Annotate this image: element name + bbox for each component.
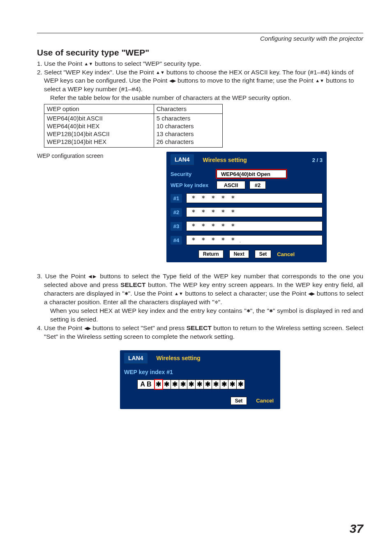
osd-wep-entry-screen: LAN4 Wireless setting WEP key index #1 A… <box>120 350 280 409</box>
set-button: Set <box>255 250 272 258</box>
figure-1-caption: WEP configuration screen <box>37 153 104 159</box>
entry-prefix-field: A B <box>137 379 154 389</box>
cancel-label: Cancel <box>256 397 274 405</box>
step-1: 1. Use the Point buttons to select "WEP"… <box>37 60 363 68</box>
step-3: 3. Use the Point buttons to select the T… <box>37 272 363 307</box>
step-4: 4. Use the Point buttons to select "Set"… <box>37 324 363 341</box>
table-row: WEP64(40)bit ASCII WEP64(40)bit HEX WEP1… <box>44 114 223 148</box>
triangle-right-icon <box>88 324 91 331</box>
step-2: 2. Select "WEP Key index". Use the Point… <box>37 68 363 94</box>
key-badge: #4 <box>171 236 182 245</box>
triangle-down-icon <box>179 290 183 297</box>
triangle-right-icon <box>173 77 176 84</box>
entry-cell: ✱ <box>154 379 163 389</box>
osd-title: Wireless setting <box>203 156 247 164</box>
wep-key-number-field: #2 <box>249 181 266 189</box>
lan-tab: LAN4 <box>171 154 194 166</box>
entry-cell: ✱ <box>179 379 187 389</box>
set-button: Set <box>231 397 247 405</box>
select-keyword: SELECT <box>120 281 145 288</box>
triangle-left-icon <box>308 290 311 297</box>
key-field: ＊＊＊＊＊ <box>186 207 323 217</box>
asterisk-icon <box>269 307 273 314</box>
table-row: WEP option Characters <box>44 104 223 114</box>
entry-cell: ✱ <box>228 379 237 389</box>
asterisk-icon <box>247 307 250 314</box>
figure-1-row: WEP configuration screen LAN4 Wireless s… <box>37 152 363 262</box>
triangle-down-icon <box>160 69 165 76</box>
lan-tab: LAN4 <box>124 353 148 364</box>
return-button: Return <box>198 250 224 258</box>
wep-key-row: #1 ＊＊＊＊＊ <box>171 193 323 203</box>
wep-key-index-label: WEP key index <box>171 182 212 189</box>
osd-wep-config-screen: LAN4 Wireless setting 2 / 3 Security WEP… <box>166 152 327 262</box>
wep-characters-table: WEP option Characters WEP64(40)bit ASCII… <box>44 104 223 148</box>
wep-key-mode-field: ASCII <box>217 181 245 189</box>
entry-cell: ✱ <box>187 379 196 389</box>
step-3-note: When you select HEX at WEP key index and… <box>37 307 363 324</box>
key-field: ＊＊＊＊＊ <box>186 193 323 203</box>
page-number: 37 <box>350 520 363 537</box>
step-2-note: Refer the table below for the usable num… <box>37 94 363 102</box>
table-header-chars: Characters <box>154 104 222 114</box>
key-field: ＊＊＊＊＊ <box>186 221 323 231</box>
entry-cell: ✱ <box>237 379 245 389</box>
section-title: Use of security type "WEP" <box>37 47 363 58</box>
wep-key-row: #3 ＊＊＊＊＊ <box>171 221 323 231</box>
triangle-up-icon <box>156 69 160 76</box>
table-header-option: WEP option <box>44 104 154 114</box>
entry-cell: ✱ <box>220 379 228 389</box>
select-keyword: SELECT <box>187 324 212 331</box>
cancel-label: Cancel <box>277 251 295 258</box>
triangle-left-icon <box>88 273 93 280</box>
triangle-left-icon <box>84 324 88 331</box>
next-button: Next <box>229 250 249 258</box>
wep-entry-row: A B ✱ ✱ ✱ ✱ ✱ ✱ ✱ ✱ ✱ ✱ ✱ <box>137 379 276 389</box>
hollow-asterisk-icon <box>214 298 218 305</box>
osd-page-indicator: 2 / 3 <box>312 157 323 164</box>
asterisk-icon <box>125 290 128 297</box>
running-head: Configuring security with the projector <box>37 35 363 43</box>
triangle-left-icon <box>169 77 173 84</box>
triangle-right-icon <box>93 273 97 280</box>
wep-key-index-label: WEP key index #1 <box>124 368 276 376</box>
osd-title: Wireless setting <box>157 354 201 362</box>
entry-cell: ✱ <box>171 379 179 389</box>
wep-key-row: #4 ＊＊＊＊＊. <box>171 235 323 245</box>
top-rule <box>37 33 363 33</box>
wep-key-row: #2 ＊＊＊＊＊ <box>171 207 323 217</box>
triangle-right-icon <box>311 290 315 297</box>
key-badge: #2 <box>171 208 182 217</box>
entry-cell: ✱ <box>196 379 204 389</box>
security-label: Security <box>171 171 212 178</box>
triangle-down-icon <box>320 77 324 84</box>
triangle-up-icon <box>174 290 179 297</box>
security-field: WEP64(40)bit Open <box>217 170 286 178</box>
entry-cell: ✱ <box>163 379 171 389</box>
triangle-up-icon <box>84 60 89 67</box>
key-badge: #3 <box>171 222 182 231</box>
entry-cell: ✱ <box>212 379 220 389</box>
key-badge: #1 <box>171 194 182 203</box>
triangle-down-icon <box>88 60 93 67</box>
triangle-up-icon <box>315 77 320 84</box>
entry-cell: ✱ <box>204 379 212 389</box>
key-field: ＊＊＊＊＊. <box>186 235 323 245</box>
figure-2-row: LAN4 Wireless setting WEP key index #1 A… <box>37 350 363 409</box>
